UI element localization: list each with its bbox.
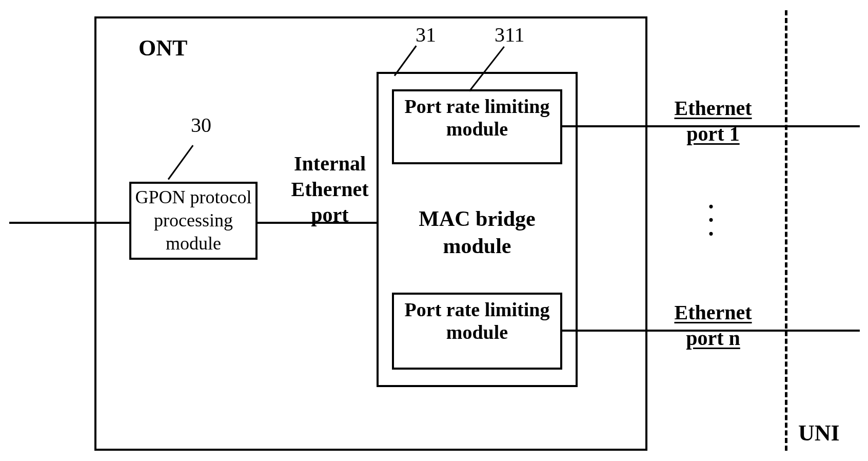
ethernet-ports-ellipsis: ··· bbox=[706, 200, 716, 241]
ethernet-port-1-label: Ethernet port 1 bbox=[657, 95, 770, 147]
ethernet-port-n-label: Ethernet port n bbox=[657, 300, 770, 351]
uni-label: UNI bbox=[798, 421, 840, 446]
gpon-module-label: GPON protocol processing module bbox=[129, 186, 258, 255]
ref-30: 30 bbox=[191, 114, 211, 137]
ref-311: 311 bbox=[495, 24, 525, 46]
ethernet-port-1-text: Ethernet port 1 bbox=[674, 97, 752, 145]
port-rate-limiting-1-label: Port rate limiting module bbox=[392, 95, 562, 140]
port-rate-limiting-n-label: Port rate limiting module bbox=[392, 299, 562, 343]
ref-31: 31 bbox=[416, 24, 436, 46]
ethernet-port-n-text: Ethernet port n bbox=[674, 301, 752, 350]
internal-ethernet-port-label: Internal Ethernet port bbox=[281, 151, 379, 228]
uni-boundary-line bbox=[785, 10, 787, 451]
ont-title: ONT bbox=[139, 36, 187, 61]
mac-bridge-label: MAC bridge module bbox=[398, 205, 556, 259]
line-left-input bbox=[9, 222, 129, 224]
diagram-canvas: ONT 31 311 30 GPON protocol processing m… bbox=[0, 0, 868, 461]
line-gpon-to-macbridge bbox=[258, 222, 377, 224]
